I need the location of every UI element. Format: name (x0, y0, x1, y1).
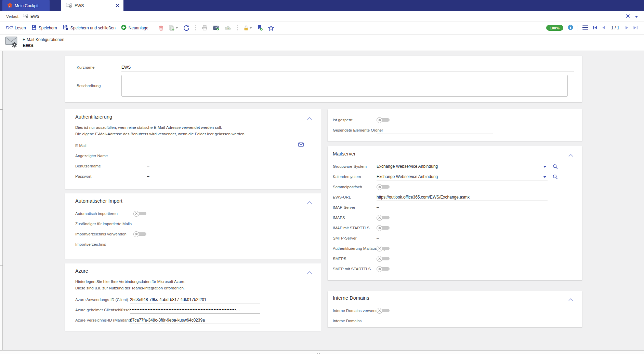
toolbar-separator (578, 25, 578, 31)
save-button[interactable]: Speichern (31, 25, 57, 31)
lock-caret-icon[interactable] (249, 27, 252, 29)
home-icon (7, 3, 12, 9)
read-label: Lesen (15, 26, 26, 30)
toggle-automatisch-importieren[interactable] (133, 211, 147, 217)
prev-page-button[interactable] (602, 25, 605, 31)
save-label: Speichern (39, 26, 57, 30)
tab-label: Mein Cockpit (15, 3, 38, 8)
field-ews-url: EWS-URL https://outlook.office365.com/EW… (333, 192, 574, 202)
delete-button[interactable] (159, 25, 163, 31)
field-label: Authentifizierung Mailausgang (333, 246, 377, 250)
email-input[interactable] (147, 142, 304, 149)
menu-button[interactable] (582, 25, 588, 31)
field-label: Interne Domains verwenden (333, 309, 377, 313)
collapse-chevron-icon[interactable] (307, 269, 312, 276)
field-value: – (147, 174, 149, 179)
tab-close-icon[interactable] (116, 3, 119, 8)
field-groupware-system: Groupware-System Exchange Webservice Anb… (333, 161, 574, 172)
collapse-chevron-icon[interactable] (307, 115, 312, 122)
field-label: Beschreibung (77, 84, 121, 88)
toggle-importverzeichnis-verwenden[interactable] (133, 231, 147, 237)
groupware-select[interactable]: Exchange Webservice Anbindung (377, 163, 548, 170)
first-page-button[interactable] (593, 25, 597, 31)
toggle-auth-mailausgang[interactable] (377, 246, 390, 251)
toggle-ist-gesperrt[interactable] (377, 117, 390, 123)
new-button[interactable]: Neuanlage (121, 25, 148, 31)
first-page-icon (593, 26, 597, 30)
copy-button[interactable] (169, 25, 178, 31)
new-label: Neuanlage (129, 26, 148, 30)
search-icon[interactable] (553, 174, 558, 179)
field-importverzeichnis-verwenden: Importverzeichnis verwenden (75, 229, 313, 239)
panel-expand-icon[interactable] (326, 352, 330, 354)
field-kurzname: Kurzname EWS (77, 62, 574, 73)
toggle-off-icon (133, 211, 139, 217)
chevron-down-icon (543, 176, 546, 178)
field-label: Automatisch importieren (75, 212, 133, 216)
beschreibung-input[interactable] (121, 75, 568, 97)
zoom-badge[interactable]: 100% (546, 25, 563, 31)
print-button[interactable] (202, 25, 208, 30)
field-label: SMTP-Server (333, 236, 377, 240)
toolbar-separator (195, 25, 196, 31)
field-kalendersystem: Kalendersystem Exchange Webservice Anbin… (333, 172, 574, 182)
kalender-select[interactable]: Exchange Webservice Anbindung (377, 173, 548, 180)
tab-mein-cockpit[interactable]: Mein Cockpit (2, 0, 50, 11)
tab-ews[interactable]: EWS (61, 0, 123, 11)
panel-close-icon[interactable] (626, 14, 630, 19)
field-label: Angezeigter Name (75, 154, 147, 158)
splitter-gutter[interactable] (0, 51, 3, 350)
cloud-icon (225, 26, 231, 30)
lock-button[interactable] (244, 25, 252, 31)
field-zustaendiger: Zuständiger für importierte Mails – (75, 219, 313, 229)
toggle-off-icon (377, 225, 382, 231)
toggle-smtp-starttls[interactable] (377, 266, 390, 272)
kurzname-input[interactable]: EWS (121, 63, 574, 71)
toggle-smtps[interactable] (377, 256, 390, 262)
azure-tenant-id-input[interactable]: 67ca77fa-348c-3f8r-9eba-kusw64c0239a (130, 316, 260, 324)
toggle-imaps[interactable] (377, 215, 390, 221)
field-label: Kurzname (77, 65, 121, 69)
field-interne-domains: Interne Domains – (333, 316, 574, 326)
section-azure: Azure Hinterlegen Sie hier Ihre Verbindu… (65, 263, 321, 331)
send-mail-button[interactable] (213, 26, 219, 30)
field-smtp-server: SMTP-Server – (333, 233, 574, 243)
field-label: Ist gesperrt (333, 118, 377, 122)
last-page-button[interactable] (633, 25, 638, 31)
refresh-button[interactable] (184, 25, 189, 31)
info-icon[interactable] (568, 25, 573, 31)
toggle-imap-starttls[interactable] (377, 225, 390, 231)
collapse-chevron-icon[interactable] (568, 296, 573, 303)
panel-menu-caret-icon[interactable] (634, 14, 638, 18)
gesendete-input[interactable] (377, 126, 493, 134)
field-automatisch-importieren: Automatisch importieren (75, 208, 313, 219)
read-button[interactable]: Lesen (6, 25, 26, 30)
azure-client-secret-input[interactable]: ••••••••••••••••••••••••••••••••••••••••… (130, 306, 260, 314)
collapse-chevron-icon[interactable] (568, 152, 573, 159)
cloud-button[interactable] (225, 26, 231, 30)
toggle-interne-domains[interactable] (377, 308, 390, 314)
azure-client-id-input[interactable]: 25c3e948-79ks-4abd-b817-4dk017b2f201 (130, 296, 260, 303)
field-label: Groupware-System (333, 164, 377, 168)
importverzeichnis-input[interactable] (133, 241, 291, 248)
next-page-button[interactable] (625, 25, 629, 31)
toggle-off-icon (377, 308, 382, 314)
save-close-button[interactable]: Speichern und schließen (63, 25, 116, 31)
refresh-icon (184, 25, 189, 31)
field-label: E-Mail (75, 144, 147, 148)
toggle-sammelpostfach[interactable] (377, 184, 390, 190)
history-item-ews[interactable]: EWS (23, 14, 39, 19)
history-label: Verlauf: (6, 14, 19, 18)
favorite-button[interactable] (268, 25, 274, 31)
next-page-icon (625, 26, 629, 30)
field-value: – (377, 236, 379, 241)
bookmark-button[interactable] (258, 25, 263, 31)
copy-caret-icon[interactable] (175, 27, 178, 29)
panel-collapse-icon[interactable] (316, 352, 320, 354)
search-icon[interactable] (553, 164, 558, 169)
card-status: Ist gesperrt Gesendete Elemente Ordner (328, 109, 582, 141)
ews-url-input[interactable]: https://outlook.office365.com/EWS/Exchan… (377, 193, 548, 201)
collapse-chevron-icon[interactable] (307, 199, 312, 206)
field-label: EWS-URL (333, 195, 377, 199)
tab-bar: Mein Cockpit EWS (0, 0, 644, 11)
